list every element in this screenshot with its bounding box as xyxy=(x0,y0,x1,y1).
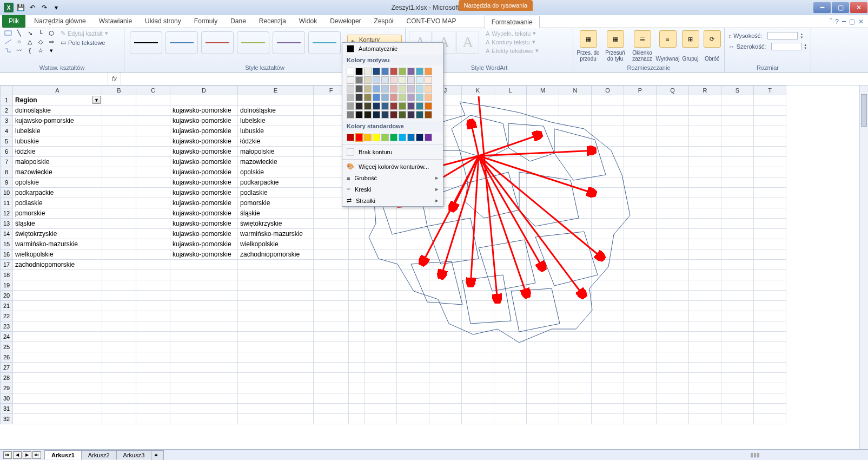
row-header[interactable]: 31 xyxy=(0,404,13,414)
cell[interactable] xyxy=(314,291,349,301)
cell[interactable] xyxy=(314,342,349,352)
cell[interactable] xyxy=(754,157,786,167)
cell[interactable] xyxy=(721,291,754,301)
cell[interactable] xyxy=(689,126,721,136)
cell[interactable] xyxy=(657,239,689,249)
cell[interactable] xyxy=(397,404,429,414)
cell[interactable] xyxy=(527,404,559,414)
tab-file[interactable]: Plik xyxy=(2,15,25,28)
cell[interactable] xyxy=(721,239,754,249)
cell[interactable] xyxy=(754,198,786,208)
cell[interactable] xyxy=(689,208,721,219)
cell[interactable]: łódzkie xyxy=(13,147,102,157)
cell[interactable] xyxy=(102,332,136,342)
row-header[interactable]: 21 xyxy=(0,301,13,311)
row-header[interactable]: 32 xyxy=(0,414,13,424)
cell[interactable] xyxy=(689,167,721,178)
cell[interactable] xyxy=(689,239,721,249)
row-header[interactable]: 11 xyxy=(0,198,13,208)
cell[interactable] xyxy=(170,280,238,291)
cell[interactable] xyxy=(494,404,527,414)
cell[interactable] xyxy=(559,393,592,404)
cell[interactable] xyxy=(349,363,365,373)
cell[interactable] xyxy=(13,311,102,321)
cell[interactable] xyxy=(136,332,170,342)
cell[interactable] xyxy=(624,373,657,383)
cell[interactable] xyxy=(657,404,689,414)
color-swatch[interactable] xyxy=(407,102,415,110)
cell[interactable] xyxy=(689,270,721,280)
cell[interactable] xyxy=(429,404,462,414)
cell[interactable] xyxy=(238,270,314,280)
cell[interactable] xyxy=(170,301,238,311)
cell[interactable] xyxy=(494,414,527,424)
cell[interactable]: małopolskie xyxy=(13,157,102,167)
cell[interactable] xyxy=(721,198,754,208)
cell[interactable]: lubuskie xyxy=(13,136,102,147)
cell[interactable] xyxy=(102,260,136,270)
cell[interactable]: świętokrzyskie xyxy=(238,219,314,229)
cell[interactable]: kujawsko-pomorskie xyxy=(170,178,238,188)
column-header[interactable]: B xyxy=(102,86,136,95)
tab-insert[interactable]: Wstawianie xyxy=(92,15,138,28)
cell[interactable] xyxy=(462,383,494,393)
color-swatch[interactable] xyxy=(425,134,432,141)
cell[interactable] xyxy=(754,106,786,116)
cell[interactable] xyxy=(397,393,429,404)
cell[interactable] xyxy=(170,383,238,393)
cell[interactable] xyxy=(754,291,786,301)
cell[interactable]: kujawsko-pomorskie xyxy=(13,116,102,126)
color-swatch[interactable] xyxy=(390,134,397,141)
color-swatch[interactable] xyxy=(355,68,363,75)
cell[interactable] xyxy=(136,239,170,249)
cell[interactable]: śląskie xyxy=(238,208,314,219)
cell[interactable] xyxy=(721,219,754,229)
cell[interactable] xyxy=(721,352,754,363)
cell[interactable] xyxy=(102,291,136,301)
shape-more-icon[interactable]: ▾ xyxy=(47,47,56,54)
cell[interactable]: kujawsko-pomorskie xyxy=(170,167,238,178)
cell[interactable]: kujawsko-pomorskie xyxy=(170,208,238,219)
cell[interactable] xyxy=(102,270,136,280)
cell[interactable] xyxy=(397,352,429,363)
cell[interactable] xyxy=(527,414,559,424)
column-header[interactable]: Q xyxy=(657,86,689,95)
cell[interactable] xyxy=(102,363,136,373)
cell[interactable] xyxy=(136,311,170,321)
cell[interactable] xyxy=(102,106,136,116)
color-swatch[interactable] xyxy=(399,134,406,141)
cell[interactable] xyxy=(689,157,721,167)
cell[interactable] xyxy=(624,414,657,424)
cell[interactable]: lubelskie xyxy=(13,126,102,136)
row-header[interactable]: 30 xyxy=(0,393,13,404)
row-header[interactable]: 14 xyxy=(0,229,13,239)
cell[interactable] xyxy=(13,352,102,363)
cell[interactable] xyxy=(170,352,238,363)
cell[interactable] xyxy=(102,249,136,260)
cell[interactable] xyxy=(136,178,170,188)
cell[interactable] xyxy=(721,311,754,321)
cell[interactable] xyxy=(102,229,136,239)
row-header[interactable]: 1 xyxy=(0,95,13,106)
cell[interactable]: kujawsko-pomorskie xyxy=(170,229,238,239)
sheet-nav-next[interactable]: ▶ xyxy=(23,451,31,459)
cell[interactable] xyxy=(689,249,721,260)
cell[interactable] xyxy=(494,383,527,393)
cell[interactable] xyxy=(721,229,754,239)
group-button[interactable]: ⊞Grupuj xyxy=(680,29,701,63)
cell[interactable] xyxy=(657,198,689,208)
cell[interactable] xyxy=(754,321,786,332)
cell[interactable] xyxy=(657,363,689,373)
new-sheet-button[interactable]: ✦ xyxy=(151,450,164,460)
height-field[interactable]: ↕Wysokość:▲▼ xyxy=(727,31,808,40)
cell[interactable] xyxy=(527,393,559,404)
cell[interactable] xyxy=(238,311,314,321)
cell[interactable] xyxy=(657,136,689,147)
cell[interactable] xyxy=(13,373,102,383)
cell[interactable]: podkarpackie xyxy=(238,178,314,188)
cell[interactable] xyxy=(365,404,397,414)
cell[interactable] xyxy=(102,198,136,208)
cell[interactable] xyxy=(754,147,786,157)
cell[interactable] xyxy=(238,321,314,332)
cell[interactable] xyxy=(429,373,462,383)
